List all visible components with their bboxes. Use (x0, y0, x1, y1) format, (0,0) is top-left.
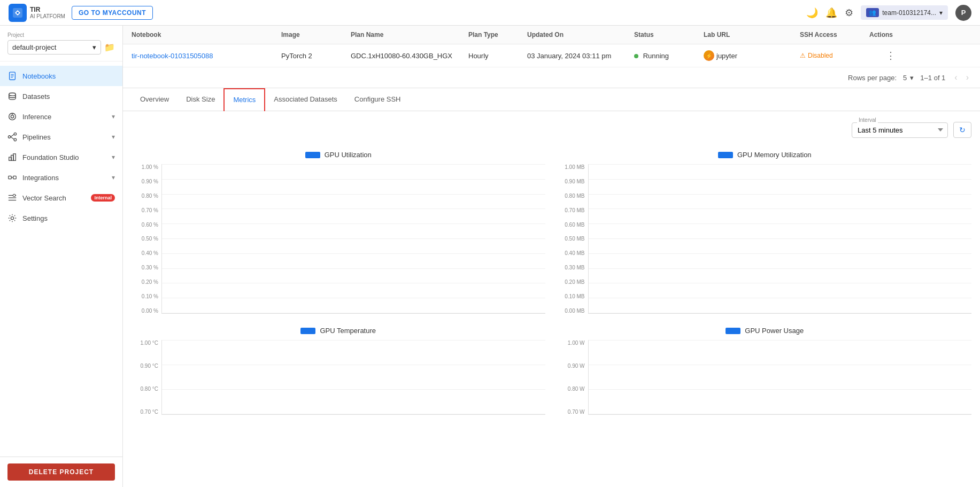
go-myaccount-button[interactable]: GO TO MYACCOUNT (72, 6, 153, 20)
gpu-memory-plot (588, 164, 972, 314)
sidebar-item-foundation-studio[interactable]: Foundation Studio ▾ (0, 147, 122, 167)
gpu-temperature-title: GPU Temperature (320, 327, 376, 335)
gpu-power-y-axis: 1.00 W 0.90 W 0.80 W 0.70 W (558, 340, 588, 415)
gpu-power-plot (588, 340, 972, 415)
sidebar-item-pipelines[interactable]: Pipelines ▾ (0, 127, 122, 147)
tab-overview[interactable]: Overview (132, 89, 178, 111)
updated-on-cell: 03 January, 2024 03:11 pm (527, 52, 634, 60)
legend-color-gpu-mem (718, 152, 733, 158)
gpu-utilization-y-axis: 1.00 % 0.90 % 0.80 % 0.70 % 0.60 % 0.50 … (132, 164, 161, 314)
avatar[interactable]: P (955, 5, 971, 21)
interval-select[interactable]: Last 1 minute Last 5 minutes Last 15 min… (852, 122, 948, 138)
gpu-temp-plot (161, 340, 545, 415)
folder-icon[interactable]: 📁 (104, 42, 115, 52)
main-layout: Project default-project ▾ 📁 Notebooks (0, 26, 980, 487)
settings-nav-icon (7, 213, 17, 223)
tab-configure-ssh[interactable]: Configure SSH (346, 89, 410, 111)
tab-metrics[interactable]: Metrics (223, 88, 265, 111)
col-actions: Actions (869, 31, 912, 38)
legend-color-gpu-util (305, 152, 320, 158)
team-selector[interactable]: 👥 team-010312174... ▾ (861, 5, 948, 20)
image-cell: PyTorch 2 (281, 52, 351, 60)
notebook-link[interactable]: tir-notebook-01031505088 (132, 52, 281, 60)
sidebar-footer: DELETE PROJECT (0, 457, 122, 487)
sidebar-item-datasets[interactable]: Datasets (0, 86, 122, 106)
sidebar: Project default-project ▾ 📁 Notebooks (0, 26, 123, 487)
team-name: team-010312174... (882, 9, 936, 17)
logo: TIR AI PLATFORM (9, 4, 65, 22)
project-chevron-icon: ▾ (92, 43, 96, 51)
sidebar-item-vector-search[interactable]: Vector Search Internal (0, 188, 122, 208)
grid-lines (162, 164, 545, 313)
detail-area: Overview Disk Size Metrics Associated Da… (123, 88, 980, 487)
gpu-power-chart: 1.00 W 0.90 W 0.80 W 0.70 W (558, 340, 972, 415)
jupyter-icon: ⚡ (704, 50, 714, 61)
vector-search-icon (7, 193, 17, 203)
sidebar-item-settings-label: Settings (22, 214, 115, 222)
svg-point-25 (11, 217, 13, 219)
team-icon: 👥 (866, 8, 879, 17)
col-updated-on: Updated On (527, 31, 634, 38)
gpu-power-legend: GPU Power Usage (558, 327, 972, 335)
table-row: tir-notebook-01031505088 PyTorch 2 GDC.1… (123, 44, 980, 67)
table-pagination: Rows per page: 5 ▾ 1–1 of 1 ‹ › (123, 67, 980, 88)
lab-url-cell[interactable]: ⚡ jupyter (704, 50, 800, 61)
gpu-memory-chart: 1.00 MB 0.90 MB 0.80 MB 0.70 MB 0.60 MB … (558, 164, 972, 314)
logo-subtitle: AI PLATFORM (30, 13, 65, 19)
interval-label: Interval (857, 117, 878, 123)
svg-point-8 (11, 115, 13, 118)
chart-gpu-utilization: GPU Utilization 1.00 % 0.90 % 0.80 % 0.7… (132, 151, 545, 314)
rows-per-page-label: Rows per page: (848, 74, 897, 82)
tab-disk-size[interactable]: Disk Size (178, 89, 223, 111)
status-dot (634, 54, 638, 58)
svg-point-10 (8, 136, 11, 138)
sidebar-item-integrations-label: Integrations (22, 174, 106, 182)
settings-icon[interactable]: ⚙ (845, 7, 853, 19)
refresh-button[interactable]: ↻ (953, 122, 971, 138)
svg-rect-18 (9, 176, 11, 179)
gpu-memory-title: GPU Memory Utilization (737, 151, 812, 159)
gpu-utilization-plot (161, 164, 545, 314)
more-actions-button[interactable]: ⋮ (869, 50, 912, 61)
sidebar-item-notebooks-label: Notebooks (22, 72, 115, 80)
status-cell: Running (634, 52, 704, 60)
dark-mode-icon[interactable]: 🌙 (806, 7, 818, 19)
integrations-icon (7, 173, 17, 182)
warning-icon: ⚠ (800, 52, 806, 59)
sidebar-item-integrations[interactable]: Integrations ▾ (0, 167, 122, 188)
metrics-container: Interval Last 1 minute Last 5 minutes La… (123, 111, 980, 426)
col-lab-url: Lab URL (704, 31, 800, 38)
pipelines-icon (7, 132, 17, 142)
grid-lines-power (589, 340, 972, 414)
gpu-utilization-chart: 1.00 % 0.90 % 0.80 % 0.70 % 0.60 % 0.50 … (132, 164, 545, 314)
sidebar-item-inference[interactable]: Inference ▾ (0, 106, 122, 127)
svg-point-1 (17, 12, 19, 14)
svg-point-11 (14, 133, 17, 135)
integrations-chevron-icon: ▾ (112, 174, 115, 181)
prev-page-button[interactable]: ‹ (952, 72, 960, 83)
gpu-utilization-legend: GPU Utilization (132, 151, 545, 159)
svg-point-12 (14, 138, 17, 141)
sidebar-item-settings[interactable]: Settings (0, 208, 122, 228)
rows-per-page-selector[interactable]: 5 ▾ (903, 74, 914, 82)
project-name: default-project (12, 43, 56, 51)
content-area: Notebook Image Plan Name Plan Type Updat… (123, 26, 980, 487)
topbar-right: 🌙 🔔 ⚙ 👥 team-010312174... ▾ P (806, 5, 971, 21)
sidebar-item-pipelines-label: Pipelines (22, 133, 106, 141)
tab-associated-datasets[interactable]: Associated Datasets (265, 89, 346, 111)
notifications-icon[interactable]: 🔔 (825, 7, 837, 19)
foundation-studio-chevron-icon: ▾ (112, 153, 115, 161)
nav-items: Notebooks Datasets Inference ▾ (0, 61, 122, 457)
project-dropdown[interactable]: default-project ▾ (7, 40, 101, 55)
next-page-button[interactable]: › (963, 72, 971, 83)
datasets-icon (7, 91, 17, 101)
table-header: Notebook Image Plan Name Plan Type Updat… (123, 26, 980, 44)
delete-project-button[interactable]: DELETE PROJECT (7, 463, 115, 481)
gpu-memory-legend: GPU Memory Utilization (558, 151, 972, 159)
table-area: Notebook Image Plan Name Plan Type Updat… (123, 26, 980, 88)
ssh-access-text: Disabled (808, 52, 833, 59)
topbar-left: TIR AI PLATFORM GO TO MYACCOUNT (9, 4, 153, 22)
logo-icon (9, 4, 27, 22)
sidebar-item-inference-label: Inference (22, 113, 106, 121)
sidebar-item-notebooks[interactable]: Notebooks (0, 66, 122, 86)
